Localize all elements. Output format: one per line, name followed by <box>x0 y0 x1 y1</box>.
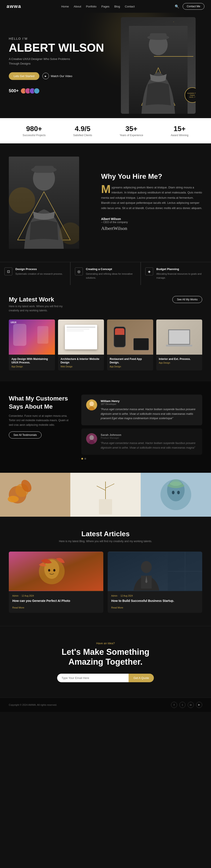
work-section: My Latest Work Here is my latest work. W… <box>0 285 211 381</box>
nav-pages[interactable]: Pages <box>101 5 110 8</box>
svg-point-30 <box>177 491 180 494</box>
stat-experience-label: Years of Experience <box>120 134 143 137</box>
get-started-button[interactable]: Lets Get Started <box>9 72 39 80</box>
hero-avatars: 500+ <box>9 88 104 94</box>
article-card-1[interactable]: Admin · 12 Aug 2024 How can you Generate… <box>9 552 103 613</box>
work-card-4[interactable]: Interior and Ext. Process. App Design <box>156 319 203 371</box>
testimonials-right: William Henry 187 Developer "Purus eget … <box>81 395 202 460</box>
work-title-3: Restaurant and Food App Design. <box>110 357 151 365</box>
work-header: My Latest Work Here is my latest work. W… <box>9 296 202 313</box>
screen-mockup <box>37 326 48 344</box>
reviewer-avatar-2 <box>86 433 97 444</box>
svg-point-35 <box>53 569 55 571</box>
why-signature: AlbertWilson <box>101 225 202 231</box>
cta-title: Let's Make Something Amazing Together. <box>9 647 202 667</box>
work-grid: UI/UX App Design With Maintaining UI/UX … <box>9 319 202 371</box>
stat-clients-label: Satisfied Clients <box>73 134 92 137</box>
laptop-screen <box>169 330 189 344</box>
reviewer-role-1: 187 Developer <box>101 403 198 405</box>
work-title-2: Architecture & Interior Website Design <box>61 357 101 365</box>
dot-1[interactable] <box>81 458 83 460</box>
avatar-illustration-1 <box>86 399 97 410</box>
work-card-2[interactable]: Architecture & Interior Website Design W… <box>58 319 104 371</box>
work-title-4: Interior and Ext. Process. <box>159 357 200 361</box>
article-thumb-2 <box>108 552 202 591</box>
svg-rect-22 <box>99 499 112 515</box>
read-more-1[interactable]: Read More <box>12 606 24 609</box>
twitter-icon[interactable]: t <box>179 702 185 708</box>
read-more-2[interactable]: Read More <box>111 606 123 609</box>
work-thumb-2 <box>58 319 104 354</box>
work-cat-4: App Design <box>159 362 200 364</box>
watch-video-button[interactable]: ▶ Watch Our Video <box>42 73 72 79</box>
work-card-1[interactable]: UI/UX App Design With Maintaining UI/UX … <box>9 319 55 371</box>
ui-label: UI/UX <box>10 321 17 324</box>
svg-point-19 <box>8 496 19 502</box>
stat-clients-num: 4.9/5 <box>73 125 92 133</box>
gallery-item-1 <box>0 473 70 517</box>
services-bar: ⊡ Design Process Systematic creation of … <box>0 262 211 285</box>
service-design-desc: Systematic creation of six research proc… <box>16 272 63 276</box>
articles-title: Latest Articles <box>9 530 202 538</box>
stat-experience-num: 35+ <box>120 125 143 133</box>
hero-subtitle: A Creative UX/UI Designer Who Solve Prob… <box>9 57 75 66</box>
facebook-icon[interactable]: f <box>171 702 177 708</box>
nav-home[interactable]: Home <box>61 5 69 8</box>
hero-photo: Available ForDigitalWork ↗ <box>121 17 195 114</box>
social-links: f t in ▶ <box>171 702 202 708</box>
hero-name: ALBERT WILSON <box>9 42 104 54</box>
why-image-container <box>9 157 92 249</box>
tablet-mockup <box>133 338 149 350</box>
phone-mockup <box>13 324 26 346</box>
work-title-1: App Design With Maintaining UI/UX Proces… <box>11 357 52 365</box>
cta-section: Have an Idea? Let's Make Something Amazi… <box>0 626 211 698</box>
concept-icon: ◎ <box>75 268 83 275</box>
why-author-role: – CEO of the company <box>101 221 202 224</box>
why-body-text: ygreams adipiscing pretum libero at tris… <box>101 186 202 210</box>
see-all-testimonials-button[interactable]: See All Testimonials <box>9 432 41 438</box>
service-budget-text: Budget Planning Allocating financial res… <box>156 268 207 280</box>
article-thumb-1 <box>9 552 103 591</box>
svg-point-15 <box>89 435 94 440</box>
laptop-base <box>166 345 192 346</box>
articles-subtitle: Here is my latest Blog. Where you will f… <box>9 540 202 543</box>
article-info-2: Admin · 12 Aug 2024 How to Build Success… <box>108 591 202 613</box>
work-mockup-3 <box>107 319 153 354</box>
nav-blog[interactable]: Blog <box>114 5 120 8</box>
service-budget-title: Budget Planning <box>156 268 207 271</box>
linkedin-icon[interactable]: in <box>188 702 194 708</box>
stat-experience: 35+ Years of Experience <box>120 125 143 137</box>
service-budget: ◈ Budget Planning Allocating financial r… <box>141 262 211 285</box>
mock-line-2 <box>67 331 84 331</box>
nav-portfolio[interactable]: Portfolio <box>86 5 96 8</box>
hero-count: 500+ <box>9 88 19 93</box>
gallery-illustration-2 <box>70 473 141 517</box>
see-all-works-button[interactable]: See All My Works <box>172 296 202 303</box>
search-icon[interactable]: 🔍 <box>175 4 179 8</box>
avatar-illustration-2 <box>86 433 97 444</box>
get-quote-button[interactable]: Get A Quote <box>128 674 154 682</box>
email-input[interactable] <box>57 674 128 682</box>
dot-2[interactable] <box>84 458 86 460</box>
nav-about[interactable]: About <box>73 5 81 8</box>
youtube-icon[interactable]: ▶ <box>196 702 202 708</box>
nav-contact[interactable]: Contact <box>125 5 135 8</box>
hero-image: Available ForDigitalWork ↗ <box>112 13 204 118</box>
testimonials-section: What My Customers Says About Me Consecte… <box>0 381 211 473</box>
work-header-left: My Latest Work Here is my latest work. W… <box>9 296 70 313</box>
design-process-icon: ⊡ <box>4 268 12 275</box>
svg-point-13 <box>89 401 94 406</box>
cta-small-text: Have an Idea? <box>9 642 202 645</box>
work-thumb-4 <box>156 319 203 354</box>
why-photo <box>9 157 79 249</box>
why-person-illustration <box>9 157 79 249</box>
gallery-item-2 <box>70 473 141 517</box>
svg-point-29 <box>172 491 175 494</box>
reviewer-avatar-1 <box>86 399 97 410</box>
stat-projects-num: 980+ <box>23 125 46 133</box>
phone-mockup-3 <box>114 327 126 347</box>
contact-button[interactable]: Contact Me <box>183 3 204 10</box>
article-card-2[interactable]: Admin · 12 Aug 2024 How to Build Success… <box>108 552 202 613</box>
hero-section: HELLO I'M ALBERT WILSON A Creative UX/UI… <box>0 13 211 118</box>
work-card-3[interactable]: Restaurant and Food App Design. App Desi… <box>107 319 153 371</box>
